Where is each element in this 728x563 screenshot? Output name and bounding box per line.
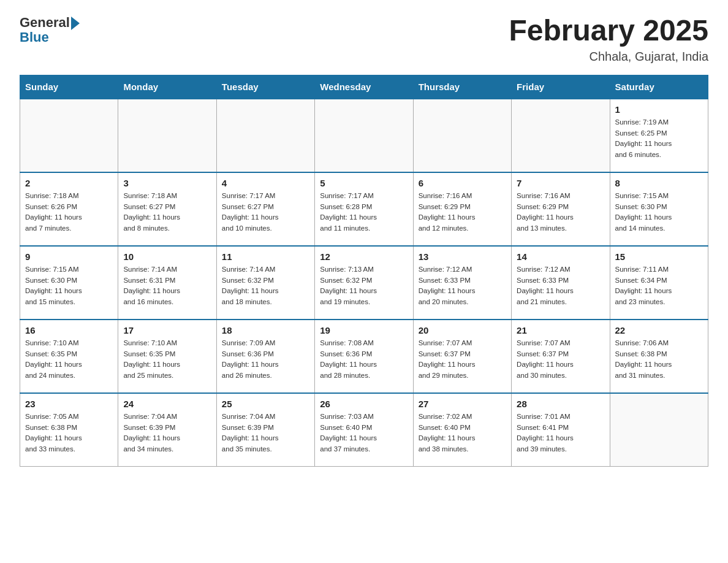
calendar-cell: 22Sunrise: 7:06 AM Sunset: 6:38 PM Dayli… <box>610 320 708 393</box>
week-row-1: 1Sunrise: 7:19 AM Sunset: 6:25 PM Daylig… <box>20 99 708 172</box>
day-number: 10 <box>123 251 211 262</box>
column-header-monday: Monday <box>118 75 216 99</box>
day-number: 3 <box>123 178 211 188</box>
day-number: 18 <box>222 325 309 335</box>
location-subtitle: Chhala, Gujarat, India <box>509 50 708 64</box>
day-info: Sunrise: 7:19 AM Sunset: 6:25 PM Dayligh… <box>615 117 703 161</box>
day-number: 22 <box>615 325 703 335</box>
day-number: 24 <box>123 399 211 409</box>
calendar-cell: 6Sunrise: 7:16 AM Sunset: 6:29 PM Daylig… <box>413 172 511 246</box>
logo-blue-text: Blue <box>20 29 49 45</box>
day-number: 26 <box>320 399 408 409</box>
calendar-cell <box>216 99 314 172</box>
calendar-cell: 25Sunrise: 7:04 AM Sunset: 6:39 PM Dayli… <box>216 393 314 467</box>
day-info: Sunrise: 7:02 AM Sunset: 6:40 PM Dayligh… <box>419 412 506 455</box>
calendar-cell: 2Sunrise: 7:18 AM Sunset: 6:26 PM Daylig… <box>20 172 118 246</box>
day-number: 2 <box>25 178 113 188</box>
day-info: Sunrise: 7:06 AM Sunset: 6:38 PM Dayligh… <box>615 338 703 381</box>
day-number: 17 <box>123 325 211 335</box>
title-block: February 2025 Chhala, Gujarat, India <box>509 15 708 64</box>
day-number: 25 <box>222 399 309 409</box>
day-info: Sunrise: 7:15 AM Sunset: 6:30 PM Dayligh… <box>615 191 703 234</box>
day-info: Sunrise: 7:03 AM Sunset: 6:40 PM Dayligh… <box>320 412 408 455</box>
calendar-cell: 12Sunrise: 7:13 AM Sunset: 6:32 PM Dayli… <box>315 246 413 320</box>
calendar-cell: 21Sunrise: 7:07 AM Sunset: 6:37 PM Dayli… <box>512 320 610 393</box>
day-info: Sunrise: 7:05 AM Sunset: 6:38 PM Dayligh… <box>25 412 113 455</box>
calendar-cell: 24Sunrise: 7:04 AM Sunset: 6:39 PM Dayli… <box>118 393 216 467</box>
calendar-cell: 17Sunrise: 7:10 AM Sunset: 6:35 PM Dayli… <box>118 320 216 393</box>
day-info: Sunrise: 7:04 AM Sunset: 6:39 PM Dayligh… <box>123 412 211 455</box>
day-number: 28 <box>517 399 604 409</box>
column-header-tuesday: Tuesday <box>216 75 314 99</box>
day-info: Sunrise: 7:16 AM Sunset: 6:29 PM Dayligh… <box>419 191 506 234</box>
day-info: Sunrise: 7:09 AM Sunset: 6:36 PM Dayligh… <box>222 338 309 381</box>
week-row-2: 2Sunrise: 7:18 AM Sunset: 6:26 PM Daylig… <box>20 172 708 246</box>
day-number: 16 <box>25 325 113 335</box>
day-number: 12 <box>320 251 408 262</box>
day-info: Sunrise: 7:18 AM Sunset: 6:26 PM Dayligh… <box>25 191 113 234</box>
calendar-cell: 3Sunrise: 7:18 AM Sunset: 6:27 PM Daylig… <box>118 172 216 246</box>
calendar-cell: 1Sunrise: 7:19 AM Sunset: 6:25 PM Daylig… <box>610 99 708 172</box>
calendar-cell: 15Sunrise: 7:11 AM Sunset: 6:34 PM Dayli… <box>610 246 708 320</box>
day-info: Sunrise: 7:15 AM Sunset: 6:30 PM Dayligh… <box>25 264 113 308</box>
calendar-cell: 28Sunrise: 7:01 AM Sunset: 6:41 PM Dayli… <box>512 393 610 467</box>
day-number: 27 <box>419 399 506 409</box>
calendar-cell <box>20 99 118 172</box>
day-number: 9 <box>25 251 113 262</box>
week-row-3: 9Sunrise: 7:15 AM Sunset: 6:30 PM Daylig… <box>20 246 708 320</box>
logo: General Blue <box>20 15 80 45</box>
calendar-cell: 26Sunrise: 7:03 AM Sunset: 6:40 PM Dayli… <box>315 393 413 467</box>
day-info: Sunrise: 7:12 AM Sunset: 6:33 PM Dayligh… <box>419 264 506 308</box>
day-number: 1 <box>615 104 703 115</box>
column-header-saturday: Saturday <box>610 75 708 99</box>
day-number: 15 <box>615 251 703 262</box>
day-number: 20 <box>419 325 506 335</box>
day-number: 7 <box>517 178 604 188</box>
day-number: 4 <box>222 178 309 188</box>
calendar-cell: 4Sunrise: 7:17 AM Sunset: 6:27 PM Daylig… <box>216 172 314 246</box>
column-header-wednesday: Wednesday <box>315 75 413 99</box>
week-row-5: 23Sunrise: 7:05 AM Sunset: 6:38 PM Dayli… <box>20 393 708 467</box>
day-info: Sunrise: 7:13 AM Sunset: 6:32 PM Dayligh… <box>320 264 408 308</box>
day-info: Sunrise: 7:10 AM Sunset: 6:35 PM Dayligh… <box>123 338 211 381</box>
calendar-cell: 11Sunrise: 7:14 AM Sunset: 6:32 PM Dayli… <box>216 246 314 320</box>
day-number: 21 <box>517 325 604 335</box>
day-number: 5 <box>320 178 408 188</box>
day-info: Sunrise: 7:04 AM Sunset: 6:39 PM Dayligh… <box>222 412 309 455</box>
calendar-cell: 18Sunrise: 7:09 AM Sunset: 6:36 PM Dayli… <box>216 320 314 393</box>
week-row-4: 16Sunrise: 7:10 AM Sunset: 6:35 PM Dayli… <box>20 320 708 393</box>
day-info: Sunrise: 7:16 AM Sunset: 6:29 PM Dayligh… <box>517 191 604 234</box>
day-number: 8 <box>615 178 703 188</box>
day-number: 6 <box>419 178 506 188</box>
day-info: Sunrise: 7:18 AM Sunset: 6:27 PM Dayligh… <box>123 191 211 234</box>
calendar-cell <box>413 99 511 172</box>
logo-general-text: General <box>20 15 70 31</box>
calendar-header-row: SundayMondayTuesdayWednesdayThursdayFrid… <box>20 75 708 99</box>
day-info: Sunrise: 7:17 AM Sunset: 6:28 PM Dayligh… <box>320 191 408 234</box>
calendar-cell: 13Sunrise: 7:12 AM Sunset: 6:33 PM Dayli… <box>413 246 511 320</box>
calendar-cell: 10Sunrise: 7:14 AM Sunset: 6:31 PM Dayli… <box>118 246 216 320</box>
calendar-cell <box>315 99 413 172</box>
calendar-cell: 19Sunrise: 7:08 AM Sunset: 6:36 PM Dayli… <box>315 320 413 393</box>
page-header: General Blue February 2025 Chhala, Gujar… <box>20 15 708 64</box>
calendar-cell <box>512 99 610 172</box>
logo-arrow-icon <box>71 17 80 30</box>
calendar-cell <box>610 393 708 467</box>
day-number: 14 <box>517 251 604 262</box>
column-header-friday: Friday <box>512 75 610 99</box>
day-number: 13 <box>419 251 506 262</box>
calendar-cell: 5Sunrise: 7:17 AM Sunset: 6:28 PM Daylig… <box>315 172 413 246</box>
calendar-cell: 27Sunrise: 7:02 AM Sunset: 6:40 PM Dayli… <box>413 393 511 467</box>
day-number: 19 <box>320 325 408 335</box>
day-info: Sunrise: 7:14 AM Sunset: 6:32 PM Dayligh… <box>222 264 309 308</box>
day-number: 23 <box>25 399 113 409</box>
day-info: Sunrise: 7:07 AM Sunset: 6:37 PM Dayligh… <box>517 338 604 381</box>
column-header-sunday: Sunday <box>20 75 118 99</box>
day-info: Sunrise: 7:08 AM Sunset: 6:36 PM Dayligh… <box>320 338 408 381</box>
calendar-cell: 8Sunrise: 7:15 AM Sunset: 6:30 PM Daylig… <box>610 172 708 246</box>
calendar-cell: 14Sunrise: 7:12 AM Sunset: 6:33 PM Dayli… <box>512 246 610 320</box>
day-info: Sunrise: 7:14 AM Sunset: 6:31 PM Dayligh… <box>123 264 211 308</box>
calendar-table: SundayMondayTuesdayWednesdayThursdayFrid… <box>20 75 708 467</box>
calendar-cell: 20Sunrise: 7:07 AM Sunset: 6:37 PM Dayli… <box>413 320 511 393</box>
month-title: February 2025 <box>509 15 708 47</box>
